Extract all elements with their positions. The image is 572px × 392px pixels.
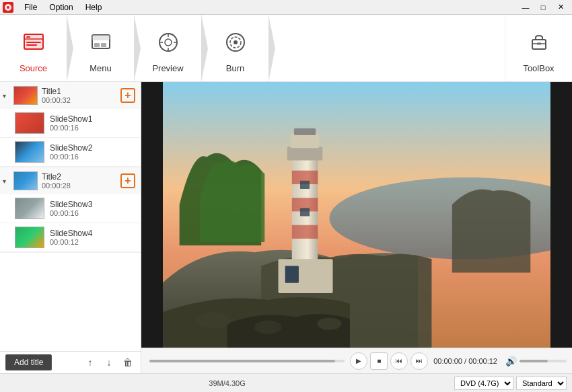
main-container: Source Menu (0, 15, 572, 392)
slideshow2-duration: 00:00:16 (50, 153, 92, 161)
title-group-2: ▾ Title2 00:00:28 + SlideShow3 (0, 167, 141, 253)
slideshow2-item[interactable]: SlideShow2 00:00:16 (0, 138, 141, 167)
sidebar-inner: ▾ Title1 00:00:32 + SlideShow1 (0, 82, 141, 351)
toolbar-preview[interactable]: Preview (135, 15, 202, 81)
title1-info: Title1 00:00:32 (42, 87, 120, 104)
svg-point-37 (196, 312, 231, 328)
slideshow4-name: SlideShow4 (50, 229, 92, 238)
title2-add-button[interactable]: + (120, 173, 135, 188)
svg-rect-5 (26, 36, 30, 38)
maximize-button[interactable]: □ (534, 1, 552, 14)
title-bar: File Option Help — □ ✕ (0, 0, 572, 15)
preview-label: Preview (152, 63, 183, 73)
menu-option[interactable]: Option (44, 2, 78, 13)
status-size: 39M/4.30G (5, 379, 449, 387)
title2-thumbnail (13, 171, 38, 190)
volume-bar[interactable] (520, 360, 567, 362)
svg-point-20 (234, 40, 238, 44)
title2-name: Title2 (42, 172, 120, 182)
status-bar: 39M/4.30G DVD (4.7G) DVD (8.5G) Blu-ray … (0, 373, 572, 392)
slideshow3-name: SlideShow3 (50, 200, 92, 209)
video-area: ▶ ■ ⏮ ⏭ 00:00:00 / 00:00:12 🔊 (141, 82, 572, 373)
title1-header[interactable]: ▾ Title1 00:00:32 + (0, 82, 141, 109)
current-time: 00:00:00 (433, 357, 462, 365)
slideshow3-item[interactable]: SlideShow3 00:00:16 (0, 194, 141, 223)
menu-file[interactable]: File (19, 2, 42, 13)
title1-duration: 00:00:32 (42, 96, 120, 104)
move-up-button[interactable]: ↑ (83, 355, 98, 370)
toolbar-toolbox[interactable]: ToolBox (505, 15, 572, 81)
svg-rect-11 (101, 43, 106, 47)
toolbar: Source Menu (0, 15, 572, 82)
video-left-bar (141, 82, 163, 348)
video-wrapper (141, 82, 572, 348)
next-button[interactable]: ⏭ (410, 352, 428, 370)
burn-label: Burn (226, 63, 244, 73)
slideshow3-info: SlideShow3 00:00:16 (50, 200, 92, 217)
slideshow4-info: SlideShow4 00:00:12 (50, 229, 92, 246)
slideshow2-thumbnail (15, 141, 44, 163)
app-icon (3, 2, 13, 13)
slideshow4-duration: 00:00:12 (50, 238, 92, 246)
svg-rect-10 (94, 43, 100, 47)
chevron-down-icon-1: ▾ (3, 92, 11, 100)
slideshow4-thumbnail (15, 227, 44, 248)
minimize-button[interactable]: — (517, 1, 534, 14)
svg-rect-7 (26, 44, 37, 46)
add-title-button[interactable]: Add title (5, 354, 52, 370)
title2-header[interactable]: ▾ Title2 00:00:28 + (0, 167, 141, 194)
title2-info: Title2 00:00:28 (42, 172, 120, 190)
delete-button[interactable]: 🗑 (120, 355, 135, 370)
svg-rect-32 (294, 128, 316, 135)
menu-help[interactable]: Help (80, 2, 108, 13)
toolbar-source[interactable]: Source (0, 15, 67, 81)
svg-rect-23 (537, 42, 541, 45)
toolbox-icon (527, 30, 551, 59)
svg-rect-34 (300, 208, 310, 216)
svg-rect-31 (291, 133, 320, 148)
title1-name: Title1 (42, 87, 120, 96)
play-button[interactable]: ▶ (350, 352, 367, 370)
quality-select[interactable]: Standard High Low (516, 377, 567, 390)
toolbar-burn[interactable]: Burn (202, 15, 269, 81)
content-area: ▾ Title1 00:00:32 + SlideShow1 (0, 82, 572, 373)
time-display: 00:00:00 / 00:00:12 (433, 357, 497, 365)
title2-duration: 00:00:28 (42, 182, 120, 190)
seek-bar[interactable] (149, 360, 345, 362)
svg-point-13 (165, 39, 172, 46)
svg-rect-36 (285, 266, 299, 282)
volume-fill (520, 360, 548, 362)
preview-icon (156, 30, 180, 59)
close-button[interactable]: ✕ (552, 1, 569, 14)
move-down-button[interactable]: ↓ (102, 355, 116, 370)
slideshow1-duration: 00:00:16 (50, 124, 92, 132)
source-icon (22, 30, 46, 59)
toolbar-menu[interactable]: Menu (67, 15, 135, 81)
slideshow3-thumbnail (15, 198, 44, 219)
svg-point-38 (254, 320, 282, 334)
volume-icon: 🔊 (505, 356, 517, 366)
svg-point-39 (317, 317, 341, 329)
title1-add-button[interactable]: + (120, 88, 135, 103)
slideshow1-item[interactable]: SlideShow1 00:00:16 (0, 109, 141, 138)
menu-icon (89, 30, 113, 59)
video-display (163, 82, 550, 348)
svg-rect-29 (292, 225, 318, 239)
slideshow2-info: SlideShow2 00:00:16 (50, 143, 92, 161)
stop-button[interactable]: ■ (370, 352, 388, 370)
slideshow1-info: SlideShow1 00:00:16 (50, 114, 92, 132)
status-format: DVD (4.7G) DVD (8.5G) Blu-ray Standard H… (454, 377, 567, 390)
toolbox-label: ToolBox (523, 63, 554, 73)
prev-button[interactable]: ⏮ (390, 352, 408, 370)
window-controls: — □ ✕ (517, 1, 569, 14)
svg-point-1 (7, 6, 9, 9)
slideshow4-item[interactable]: SlideShow4 00:00:12 (0, 223, 141, 252)
chevron-down-icon-2: ▾ (3, 178, 11, 185)
slideshow1-name: SlideShow1 (50, 114, 92, 124)
slideshow1-thumbnail (15, 112, 44, 134)
burn-icon (223, 30, 248, 59)
total-time: 00:00:12 (468, 357, 497, 365)
menu-bar: File Option Help (19, 2, 107, 13)
format-select[interactable]: DVD (4.7G) DVD (8.5G) Blu-ray (454, 377, 513, 390)
slideshow2-name: SlideShow2 (50, 143, 92, 153)
